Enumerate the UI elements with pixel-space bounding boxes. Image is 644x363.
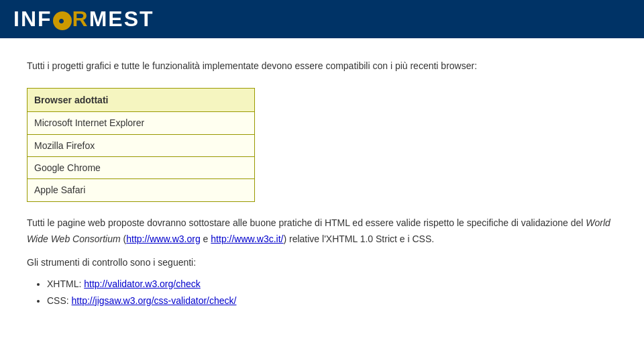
w3-link[interactable]: http://www.w3.org — [126, 234, 201, 244]
browser-chrome: Google Chrome — [28, 156, 255, 178]
w3c-it-link[interactable]: http://www.w3c.it/ — [211, 234, 283, 244]
xhtml-label: XHTML: — [47, 278, 84, 289]
css-validator-link[interactable]: http://jigsaw.w3.org/css-validator/check… — [72, 295, 237, 306]
logo-circle-icon: ● — [53, 11, 72, 30]
browser-safari: Apple Safari — [28, 179, 255, 201]
logo: INF●RMEST — [13, 7, 154, 32]
browser-ie: Microsoft Internet Explorer — [28, 112, 255, 134]
validation-text-4: ) relative l'XHTML 1.0 Strict e i CSS. — [283, 234, 434, 244]
tools-intro: Gli strumenti di controllo sono i seguen… — [27, 255, 617, 270]
header: INF●RMEST — [0, 0, 644, 38]
browser-table: Browser adottati Microsoft Internet Expl… — [27, 88, 255, 202]
main-content: Tutti i progetti grafici e tutte le funz… — [0, 38, 644, 329]
tools-list: XHTML: http://validator.w3.org/check CSS… — [47, 276, 617, 309]
intro-text: Tutti i progetti grafici e tutte le funz… — [27, 58, 617, 74]
browser-table-header: Browser adottati — [28, 88, 255, 111]
validation-text-1: Tutti le pagine web proposte dovranno so… — [27, 217, 586, 228]
table-row: Mozilla Firefox — [28, 134, 255, 156]
table-row: Microsoft Internet Explorer — [28, 112, 255, 134]
validation-paragraph: Tutti le pagine web proposte dovranno so… — [27, 215, 617, 248]
validation-text-2: ( — [121, 234, 127, 244]
xhtml-validator-link[interactable]: http://validator.w3.org/check — [84, 278, 201, 289]
list-item: XHTML: http://validator.w3.org/check — [47, 276, 617, 293]
validation-text-3: e — [201, 234, 211, 244]
table-row: Apple Safari — [28, 179, 255, 201]
css-label: CSS: — [47, 295, 72, 306]
logo-r: R — [72, 7, 89, 31]
list-item: CSS: http://jigsaw.w3.org/css-validator/… — [47, 293, 617, 309]
table-row: Google Chrome — [28, 156, 255, 178]
browser-firefox: Mozilla Firefox — [28, 134, 255, 156]
